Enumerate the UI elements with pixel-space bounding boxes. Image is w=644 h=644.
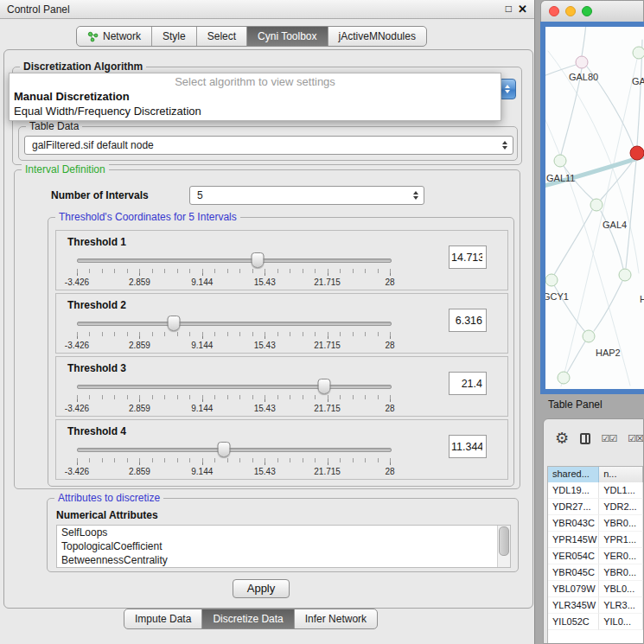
network-node[interactable]: [576, 56, 588, 68]
tab-impute-data[interactable]: Impute Data: [124, 609, 201, 628]
table-cell[interactable]: YPR1...: [599, 532, 643, 548]
minimize-traffic-light-icon[interactable]: [565, 6, 576, 16]
table-row[interactable]: YPR145W YPR1...: [548, 532, 643, 548]
network-node[interactable]: [633, 47, 644, 59]
column-header-name[interactable]: n...: [599, 467, 643, 482]
tab-jactivemnodules[interactable]: jActiveMNodules: [328, 27, 426, 46]
vertical-scrollbar[interactable]: [497, 526, 510, 567]
table-row[interactable]: YBR043C YBR0...: [548, 515, 643, 532]
scrollbar-thumb[interactable]: [499, 526, 509, 556]
table-row[interactable]: YBR045C YBR0...: [548, 564, 643, 581]
network-node[interactable]: [554, 155, 566, 167]
tab-discretize-data[interactable]: Discretize Data: [201, 609, 293, 628]
network-node[interactable]: [583, 330, 595, 342]
number-of-intervals-combobox[interactable]: 5: [189, 186, 424, 205]
scale-label: 9.144: [191, 467, 213, 476]
table-cell[interactable]: YIL0...: [599, 614, 643, 630]
tab-style[interactable]: Style: [151, 27, 196, 46]
table-cell[interactable]: YBR0...: [599, 515, 643, 532]
threshold-2-value-input[interactable]: [449, 309, 487, 332]
threshold-4-value-input[interactable]: [449, 435, 487, 458]
tab-network[interactable]: Network: [77, 27, 151, 46]
table-cell[interactable]: YDL19...: [548, 482, 599, 499]
table-row[interactable]: YDL19... YDL1...: [548, 482, 643, 499]
table-row[interactable]: YER054C YER0...: [548, 548, 643, 564]
scale-label: 21.715: [314, 277, 341, 287]
threshold-4-slider[interactable]: [77, 442, 390, 456]
tab-infer-network[interactable]: Infer Network: [294, 609, 377, 628]
threshold-4-panel: Threshold 4 -3.426 2.859 9.144 15.43 21.…: [55, 419, 508, 480]
table-row[interactable]: YLR345W YLR3...: [548, 597, 643, 614]
table-toolbar: ⚙ ☑☑ ☑☒: [544, 419, 643, 457]
slider-thumb[interactable]: [251, 252, 264, 268]
table-cell[interactable]: YBR043C: [548, 515, 599, 532]
column-header-shared-name[interactable]: shared...: [548, 467, 599, 482]
popup-option-manual-discretization[interactable]: Manual Discretization: [10, 89, 501, 104]
table-cell[interactable]: YLR345W: [548, 597, 599, 614]
table-data-combobox[interactable]: galFiltered.sif default node: [24, 136, 513, 155]
numerical-attributes-list[interactable]: SelfLoops TopologicalCoefficient Between…: [56, 525, 511, 568]
table-cell[interactable]: YBL0...: [599, 581, 643, 597]
combobox-stepper-icon: [413, 191, 418, 200]
table-cell[interactable]: YLR3...: [599, 597, 643, 614]
tab-label: Infer Network: [305, 613, 367, 625]
network-nodes: [545, 47, 644, 384]
list-item[interactable]: BetweennessCentrality: [57, 553, 510, 567]
table-cell[interactable]: YBL079W: [548, 581, 599, 597]
slider-thumb[interactable]: [218, 442, 231, 457]
threshold-3-slider[interactable]: [77, 379, 390, 392]
apply-button[interactable]: Apply: [233, 579, 290, 598]
slider-minor-ticks: [77, 332, 391, 336]
close-traffic-light-icon[interactable]: [549, 6, 559, 16]
network-canvas[interactable]: GAL80 GA GAL11 GAL4 GCY1 H HAP2: [545, 27, 644, 389]
threshold-1-slider[interactable]: [77, 252, 390, 266]
deselect-columns-icon[interactable]: ☑☒: [628, 433, 643, 444]
float-window-icon[interactable]: □: [506, 3, 512, 15]
tab-select[interactable]: Select: [196, 27, 246, 46]
algorithm-combobox-button[interactable]: [499, 79, 516, 99]
close-icon[interactable]: ✕: [518, 3, 527, 16]
network-node[interactable]: [545, 274, 558, 286]
numerical-attributes-label: Numerical Attributes: [56, 509, 158, 521]
slider-track[interactable]: [77, 322, 392, 326]
slider-thumb[interactable]: [317, 379, 330, 394]
slider-track[interactable]: [77, 385, 392, 389]
threshold-3-panel: Threshold 3 -3.426 2.859 9.144 15.43 21.…: [55, 356, 508, 417]
combobox-stepper-icon: [502, 141, 507, 150]
network-window-titlebar: [540, 0, 644, 22]
table-cell[interactable]: YDR27...: [548, 499, 599, 515]
table-row[interactable]: YDR27... YDR2...: [548, 499, 643, 515]
table-cell[interactable]: YDL1...: [599, 482, 643, 499]
scale-label: 9.144: [191, 341, 213, 350]
table-cell[interactable]: YER0...: [599, 548, 643, 564]
select-all-columns-icon[interactable]: ☑☑: [602, 433, 617, 444]
threshold-2-panel: Threshold 2 -3.426 2.859 9.144 15.43 21.…: [55, 293, 508, 354]
slider-track[interactable]: [77, 448, 392, 452]
scale-label: -3.426: [65, 467, 89, 476]
slider-track[interactable]: [77, 258, 392, 263]
table-cell[interactable]: YBR0...: [599, 564, 643, 581]
threshold-3-value-input[interactable]: [449, 372, 487, 395]
network-node[interactable]: [558, 372, 570, 384]
threshold-2-slider[interactable]: [77, 316, 390, 329]
popup-option-equal-width-frequency[interactable]: Equal Width/Frequency Discretization: [10, 104, 501, 118]
network-node[interactable]: [590, 199, 603, 211]
settings-gear-icon[interactable]: ⚙: [555, 430, 569, 446]
table-row[interactable]: YBL079W YBL0...: [548, 581, 643, 597]
group-title: Threshold's Coordinates for 5 Intervals: [55, 211, 240, 223]
table-cell[interactable]: YBR045C: [548, 564, 599, 581]
threshold-1-value-input[interactable]: [449, 245, 487, 269]
table-cell[interactable]: YPR145W: [548, 532, 599, 548]
columns-icon[interactable]: [580, 433, 590, 444]
table-row[interactable]: YIL052C YIL0...: [548, 614, 643, 630]
network-node[interactable]: [619, 269, 631, 281]
network-node-selected[interactable]: [630, 146, 644, 160]
table-cell[interactable]: YIL052C: [548, 614, 599, 630]
tab-cyni-toolbox[interactable]: Cyni Toolbox: [246, 27, 327, 46]
list-item[interactable]: SelfLoops: [57, 526, 510, 539]
table-cell[interactable]: YER054C: [548, 548, 599, 564]
list-item[interactable]: TopologicalCoefficient: [57, 539, 510, 553]
zoom-traffic-light-icon[interactable]: [582, 6, 592, 16]
slider-thumb[interactable]: [168, 316, 181, 331]
table-cell[interactable]: YDR2...: [599, 499, 643, 515]
